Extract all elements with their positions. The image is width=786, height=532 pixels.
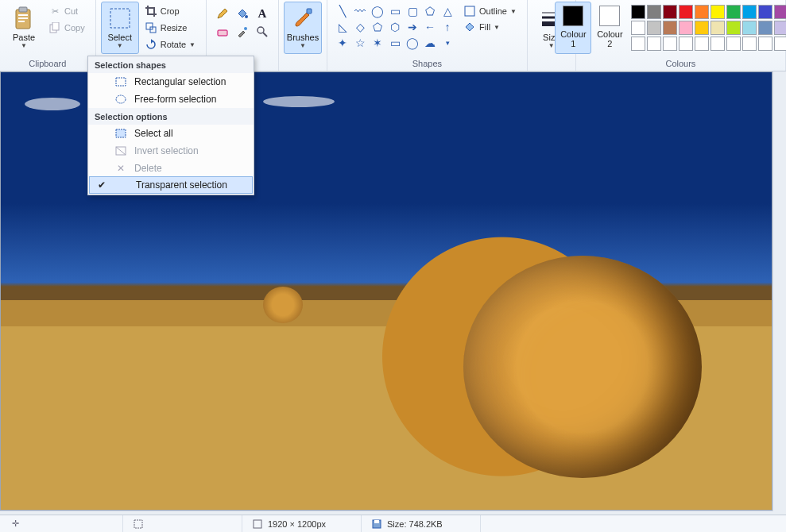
palette-swatch[interactable]: [742, 21, 757, 35]
picker-tool[interactable]: [233, 23, 252, 40]
palette-swatch[interactable]: [663, 37, 677, 51]
palette-swatch[interactable]: [742, 37, 757, 51]
copy-icon: [48, 21, 61, 34]
shape-arrow-r[interactable]: ➔: [404, 19, 421, 35]
palette-swatch[interactable]: [663, 5, 677, 19]
shapes-grid[interactable]: ╲ 〰 ◯ ▭ ▢ ⬠ △ ◺ ◇ ⬠ ⬡ ➔ ← ↑ ✦ ☆ ✶ ▭ ◯ ☁: [332, 2, 458, 52]
palette-swatch[interactable]: [774, 37, 786, 51]
chevron-down-icon: ▼: [548, 42, 555, 49]
palette-swatch[interactable]: [774, 5, 786, 19]
palette-swatch[interactable]: [647, 5, 661, 19]
palette-swatch[interactable]: [663, 21, 677, 35]
shape-polygon[interactable]: ⬠: [421, 3, 439, 19]
palette-swatch[interactable]: [695, 5, 709, 19]
palette-swatch[interactable]: [679, 37, 693, 51]
outline-button[interactable]: Outline ▼: [459, 3, 521, 19]
rotate-icon: [145, 38, 157, 51]
scissors-icon: ✂: [48, 5, 61, 17]
shape-callout-c[interactable]: ☁: [421, 35, 439, 51]
palette-swatch[interactable]: [726, 37, 741, 51]
palette-swatch[interactable]: [631, 5, 645, 19]
palette-swatch[interactable]: [742, 5, 757, 19]
svg-rect-1: [19, 7, 27, 12]
palette-swatch[interactable]: [726, 5, 741, 19]
svg-rect-20: [116, 78, 126, 86]
svg-rect-7: [110, 9, 130, 28]
resize-button[interactable]: Resize: [141, 20, 199, 36]
svg-point-13: [257, 27, 264, 33]
cut-button[interactable]: ✂ Cut: [45, 3, 89, 19]
palette-swatch[interactable]: [758, 37, 772, 51]
shape-hexagon[interactable]: ⬡: [386, 19, 404, 35]
shape-arrow-u[interactable]: ↑: [439, 19, 456, 35]
brush-icon: [290, 6, 316, 31]
pencil-tool[interactable]: [213, 5, 232, 22]
selection-size-icon: [133, 519, 144, 530]
palette-swatch[interactable]: [710, 21, 725, 35]
shape-callout-o[interactable]: ◯: [404, 35, 421, 51]
palette-swatch[interactable]: [679, 5, 693, 19]
palette-swatch[interactable]: [710, 37, 725, 51]
select-button[interactable]: Select ▼: [101, 2, 139, 54]
colour2-button[interactable]: Colour 2: [591, 2, 628, 54]
shape-more[interactable]: ▾: [439, 35, 456, 51]
dimensions-icon: [252, 519, 263, 530]
group-clipboard-title: Clipboard: [5, 57, 91, 71]
palette-swatch[interactable]: [647, 21, 661, 35]
shape-triangle[interactable]: △: [439, 3, 456, 19]
shape-star4[interactable]: ✦: [334, 35, 351, 51]
palette-swatch[interactable]: [758, 21, 772, 35]
svg-rect-11: [218, 30, 227, 36]
chevron-down-icon: ▼: [21, 42, 27, 49]
fill-button[interactable]: Fill ▼: [459, 19, 521, 35]
brushes-button[interactable]: Brushes ▼: [284, 2, 322, 54]
palette-swatch[interactable]: [679, 21, 693, 35]
shape-pentagon[interactable]: ⬠: [369, 19, 386, 35]
palette-swatch[interactable]: [758, 5, 772, 19]
brushes-label: Brushes: [287, 33, 319, 42]
select-label: Select: [107, 33, 132, 42]
palette-swatch[interactable]: [695, 21, 709, 35]
svg-rect-4: [18, 21, 25, 22]
zoom-tool[interactable]: [253, 23, 272, 40]
dropdown-item-rectangular[interactable]: Rectangular selection: [88, 73, 254, 91]
copy-button[interactable]: Copy: [45, 20, 89, 36]
eraser-tool[interactable]: [213, 23, 232, 40]
dropdown-item-invert: Invert selection: [88, 142, 254, 160]
fill-label: Fill: [479, 22, 490, 32]
shape-curve[interactable]: 〰: [351, 3, 369, 19]
select-icon: [107, 6, 133, 31]
svg-point-12: [244, 27, 247, 30]
paste-button[interactable]: Paste ▼: [5, 2, 43, 54]
chevron-down-icon: ▼: [300, 42, 306, 49]
shape-star6[interactable]: ✶: [369, 35, 386, 51]
palette-swatch[interactable]: [710, 5, 725, 19]
dropdown-item-selectall[interactable]: Select all: [88, 125, 254, 142]
dropdown-item-freeform[interactable]: Free-form selection: [88, 91, 254, 108]
dropdown-section-options: Selection options: [88, 108, 254, 125]
palette-swatch[interactable]: [631, 37, 645, 51]
shape-roundrect[interactable]: ▢: [404, 3, 421, 19]
dropdown-item-transparent[interactable]: ✔ Transparent selection: [89, 176, 253, 194]
fill-tool[interactable]: [233, 5, 252, 22]
colour1-button[interactable]: Colour 1: [555, 2, 591, 54]
shape-arrow-l[interactable]: ←: [421, 19, 439, 35]
crop-button[interactable]: Crop: [141, 3, 199, 19]
shape-oval[interactable]: ◯: [369, 3, 386, 19]
rotate-button[interactable]: Rotate ▼: [141, 37, 199, 52]
palette-swatch[interactable]: [647, 37, 661, 51]
shape-callout-r[interactable]: ▭: [386, 35, 404, 51]
palette-swatch[interactable]: [695, 37, 709, 51]
palette-swatch[interactable]: [774, 21, 786, 35]
palette-swatch[interactable]: [631, 21, 645, 35]
text-tool[interactable]: A: [253, 5, 272, 22]
outline-label: Outline: [479, 6, 507, 16]
shape-right-tri[interactable]: ◺: [334, 19, 351, 35]
shape-star5[interactable]: ☆: [351, 35, 369, 51]
shape-rect[interactable]: ▭: [386, 3, 404, 19]
dropdown-section-shapes: Selection shapes: [88, 56, 254, 73]
shape-line[interactable]: ╲: [334, 3, 351, 19]
palette-swatch[interactable]: [726, 21, 741, 35]
invert-icon: [114, 146, 128, 156]
shape-diamond[interactable]: ◇: [351, 19, 369, 35]
